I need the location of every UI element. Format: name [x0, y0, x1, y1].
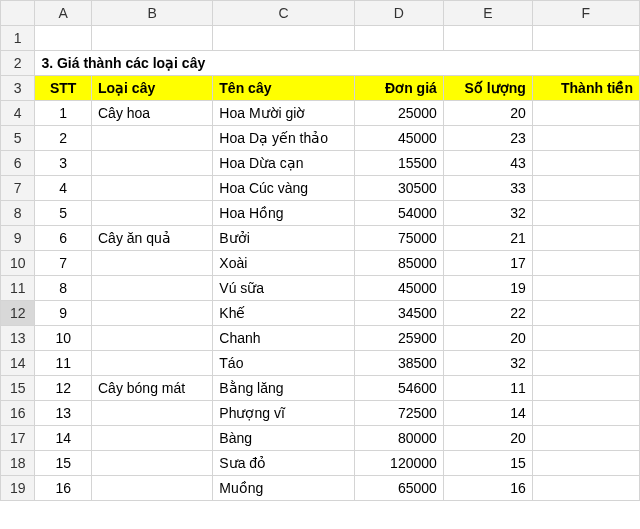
- cell-loai-cay[interactable]: [91, 251, 212, 276]
- cell-so-luong[interactable]: 21: [443, 226, 532, 251]
- cell-so-luong[interactable]: 14: [443, 401, 532, 426]
- cell-ten-cay[interactable]: Xoài: [213, 251, 355, 276]
- cell-so-luong[interactable]: 15: [443, 451, 532, 476]
- cell-loai-cay[interactable]: Cây ăn quả: [91, 226, 212, 251]
- cell-don-gia[interactable]: 54600: [354, 376, 443, 401]
- cell-don-gia[interactable]: 45000: [354, 126, 443, 151]
- col-header-b[interactable]: B: [91, 1, 212, 26]
- row-header-6[interactable]: 6: [1, 151, 35, 176]
- cell-thanh-tien[interactable]: [532, 276, 639, 301]
- cell-don-gia[interactable]: 34500: [354, 301, 443, 326]
- cell-don-gia[interactable]: 38500: [354, 351, 443, 376]
- cell-so-luong[interactable]: 20: [443, 101, 532, 126]
- header-ten-cay[interactable]: Tên cây: [213, 76, 355, 101]
- cell-thanh-tien[interactable]: [532, 476, 639, 501]
- cell-ten-cay[interactable]: Bằng lăng: [213, 376, 355, 401]
- cell-don-gia[interactable]: 30500: [354, 176, 443, 201]
- cell-ten-cay[interactable]: Vú sữa: [213, 276, 355, 301]
- cell-so-luong[interactable]: 17: [443, 251, 532, 276]
- header-thanh-tien[interactable]: Thành tiền: [532, 76, 639, 101]
- cell-stt[interactable]: 5: [35, 201, 92, 226]
- row-header-8[interactable]: 8: [1, 201, 35, 226]
- cell-e1[interactable]: [443, 26, 532, 51]
- cell-loai-cay[interactable]: [91, 126, 212, 151]
- cell-ten-cay[interactable]: Hoa Mười giờ: [213, 101, 355, 126]
- cell-thanh-tien[interactable]: [532, 376, 639, 401]
- row-header-4[interactable]: 4: [1, 101, 35, 126]
- cell-loai-cay[interactable]: [91, 176, 212, 201]
- cell-ten-cay[interactable]: Phượng vĩ: [213, 401, 355, 426]
- cell-thanh-tien[interactable]: [532, 351, 639, 376]
- cell-b1[interactable]: [91, 26, 212, 51]
- cell-stt[interactable]: 13: [35, 401, 92, 426]
- cell-stt[interactable]: 10: [35, 326, 92, 351]
- cell-thanh-tien[interactable]: [532, 201, 639, 226]
- header-stt[interactable]: STT: [35, 76, 92, 101]
- cell-stt[interactable]: 16: [35, 476, 92, 501]
- cell-ten-cay[interactable]: Khế: [213, 301, 355, 326]
- cell-don-gia[interactable]: 75000: [354, 226, 443, 251]
- cell-don-gia[interactable]: 54000: [354, 201, 443, 226]
- row-header-12[interactable]: 12: [1, 301, 35, 326]
- cell-ten-cay[interactable]: Hoa Dạ yến thảo: [213, 126, 355, 151]
- cell-so-luong[interactable]: 32: [443, 201, 532, 226]
- row-header-9[interactable]: 9: [1, 226, 35, 251]
- cell-thanh-tien[interactable]: [532, 451, 639, 476]
- row-header-11[interactable]: 11: [1, 276, 35, 301]
- cell-loai-cay[interactable]: [91, 301, 212, 326]
- cell-stt[interactable]: 2: [35, 126, 92, 151]
- cell-d1[interactable]: [354, 26, 443, 51]
- row-header-3[interactable]: 3: [1, 76, 35, 101]
- header-don-gia[interactable]: Đơn giá: [354, 76, 443, 101]
- cell-c1[interactable]: [213, 26, 355, 51]
- row-header-18[interactable]: 18: [1, 451, 35, 476]
- cell-ten-cay[interactable]: Hoa Cúc vàng: [213, 176, 355, 201]
- cell-thanh-tien[interactable]: [532, 226, 639, 251]
- cell-loai-cay[interactable]: [91, 401, 212, 426]
- cell-thanh-tien[interactable]: [532, 301, 639, 326]
- col-header-c[interactable]: C: [213, 1, 355, 26]
- cell-ten-cay[interactable]: Chanh: [213, 326, 355, 351]
- cell-thanh-tien[interactable]: [532, 151, 639, 176]
- cell-ten-cay[interactable]: Bàng: [213, 426, 355, 451]
- row-header-19[interactable]: 19: [1, 476, 35, 501]
- cell-thanh-tien[interactable]: [532, 251, 639, 276]
- cell-loai-cay[interactable]: Cây bóng mát: [91, 376, 212, 401]
- cell-thanh-tien[interactable]: [532, 126, 639, 151]
- cell-f1[interactable]: [532, 26, 639, 51]
- cell-thanh-tien[interactable]: [532, 176, 639, 201]
- cell-so-luong[interactable]: 20: [443, 426, 532, 451]
- cell-loai-cay[interactable]: [91, 351, 212, 376]
- cell-don-gia[interactable]: 80000: [354, 426, 443, 451]
- cell-so-luong[interactable]: 22: [443, 301, 532, 326]
- cell-a1[interactable]: [35, 26, 92, 51]
- row-header-10[interactable]: 10: [1, 251, 35, 276]
- section-title[interactable]: 3. Giá thành các loại cây: [35, 51, 640, 76]
- cell-stt[interactable]: 6: [35, 226, 92, 251]
- row-header-13[interactable]: 13: [1, 326, 35, 351]
- cell-stt[interactable]: 7: [35, 251, 92, 276]
- cell-so-luong[interactable]: 23: [443, 126, 532, 151]
- col-header-d[interactable]: D: [354, 1, 443, 26]
- row-header-1[interactable]: 1: [1, 26, 35, 51]
- cell-thanh-tien[interactable]: [532, 326, 639, 351]
- cell-stt[interactable]: 12: [35, 376, 92, 401]
- cell-loai-cay[interactable]: [91, 326, 212, 351]
- cell-don-gia[interactable]: 85000: [354, 251, 443, 276]
- cell-don-gia[interactable]: 45000: [354, 276, 443, 301]
- cell-stt[interactable]: 1: [35, 101, 92, 126]
- spreadsheet-grid[interactable]: A B C D E F 1 2 3. Giá thành các loại câ…: [0, 0, 640, 501]
- cell-loai-cay[interactable]: [91, 476, 212, 501]
- cell-thanh-tien[interactable]: [532, 426, 639, 451]
- col-header-a[interactable]: A: [35, 1, 92, 26]
- cell-don-gia[interactable]: 120000: [354, 451, 443, 476]
- cell-thanh-tien[interactable]: [532, 401, 639, 426]
- cell-loai-cay[interactable]: Cây hoa: [91, 101, 212, 126]
- row-header-5[interactable]: 5: [1, 126, 35, 151]
- cell-don-gia[interactable]: 72500: [354, 401, 443, 426]
- cell-stt[interactable]: 14: [35, 426, 92, 451]
- header-loai-cay[interactable]: Loại cây: [91, 76, 212, 101]
- cell-loai-cay[interactable]: [91, 426, 212, 451]
- cell-so-luong[interactable]: 11: [443, 376, 532, 401]
- cell-so-luong[interactable]: 32: [443, 351, 532, 376]
